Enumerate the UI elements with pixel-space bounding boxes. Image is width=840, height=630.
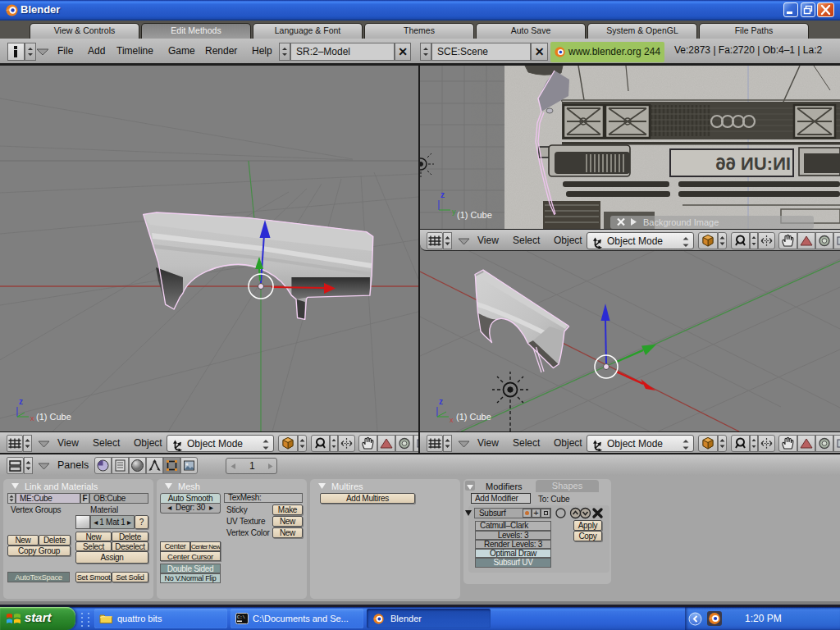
svg-text:x: x — [450, 416, 454, 424]
svg-text:z: z — [19, 397, 23, 406]
svg-text:z: z — [441, 190, 445, 199]
svg-text:C:\: C:\ — [237, 614, 245, 620]
svg-text:x: x — [30, 414, 34, 422]
svg-text:(1) Cube: (1) Cube — [457, 210, 492, 220]
svg-text:Background Image: Background Image — [643, 217, 719, 227]
svg-text:(1) Cube: (1) Cube — [456, 412, 491, 422]
svg-text:y: y — [452, 208, 456, 216]
svg-text:(1) Cube: (1) Cube — [36, 412, 71, 422]
svg-text:z: z — [439, 397, 443, 406]
svg-text:IN:UN 66: IN:UN 66 — [715, 153, 791, 174]
